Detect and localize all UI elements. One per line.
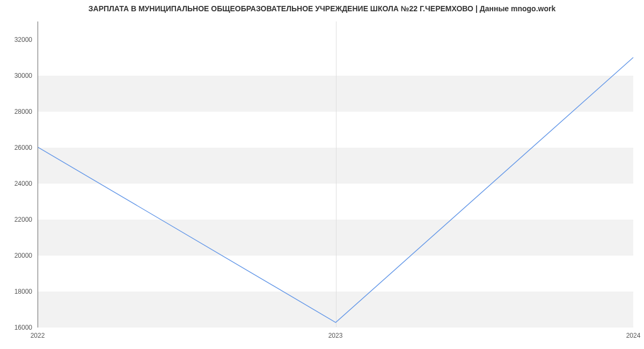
data-line (38, 57, 633, 323)
x-tick-label: 2022 (31, 332, 45, 339)
y-tick-label: 22000 (0, 216, 32, 223)
y-tick-label: 18000 (0, 288, 32, 295)
x-tick-label: 2023 (328, 332, 343, 339)
y-tick-label: 28000 (0, 108, 32, 115)
chart-line-layer (38, 21, 633, 327)
plot-area (38, 21, 633, 328)
chart-container: ЗАРПЛАТА В МУНИЦИПАЛЬНОЕ ОБЩЕОБРАЗОВАТЕЛ… (0, 0, 644, 349)
y-tick-label: 20000 (0, 252, 32, 259)
y-tick-label: 32000 (0, 36, 32, 43)
y-tick-label: 30000 (0, 72, 32, 79)
x-tick-label: 2024 (626, 332, 641, 339)
y-tick-label: 26000 (0, 144, 32, 151)
y-tick-label: 24000 (0, 180, 32, 187)
y-tick-label: 16000 (0, 324, 32, 331)
chart-title: ЗАРПЛАТА В МУНИЦИПАЛЬНОЕ ОБЩЕОБРАЗОВАТЕЛ… (0, 4, 644, 13)
